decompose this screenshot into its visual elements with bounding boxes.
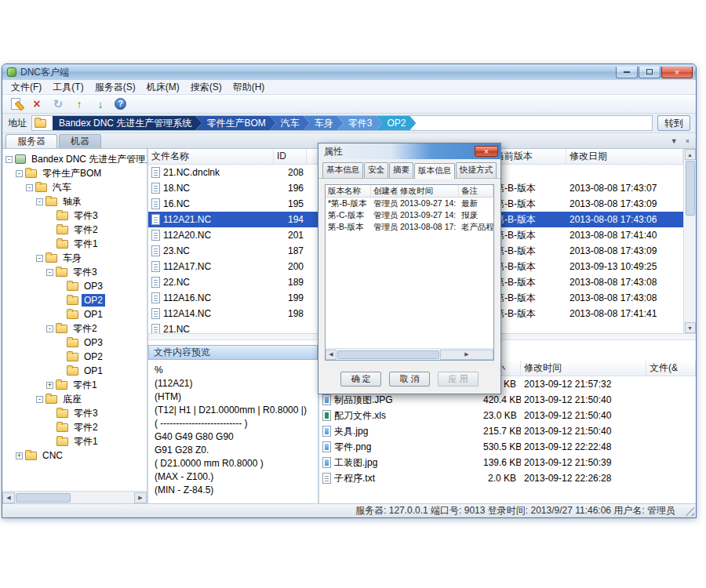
scroll-down-icon[interactable]: ▼ — [685, 322, 696, 333]
tree-item-3[interactable]: -轴承 — [2, 194, 147, 209]
edit-icon[interactable] — [9, 97, 23, 111]
scroll-right-icon[interactable]: ▶ — [440, 350, 493, 360]
view-tab-0[interactable]: 服务器 — [5, 134, 57, 148]
version-column-header-3[interactable]: 备注 — [459, 185, 493, 198]
dialog-close-button[interactable]: × — [475, 146, 498, 157]
tree-item-9[interactable]: OP3 — [2, 279, 147, 293]
folder-icon — [45, 198, 57, 206]
tree-toggle-icon[interactable]: - — [46, 269, 53, 276]
attachment-row-6[interactable]: 子程序.txt2.0 KB2013-09-12 22:26:28 — [319, 470, 696, 486]
tree-item-16[interactable]: +零件1 — [2, 378, 147, 392]
tree-hscrollbar[interactable]: ◀ ▶ — [2, 491, 147, 503]
tree-item-21[interactable]: +CNC — [2, 448, 147, 463]
close-button[interactable]: × — [661, 67, 693, 78]
menu-item-3[interactable]: 机床(M) — [141, 80, 185, 95]
view-tab-1[interactable]: 机器 — [59, 134, 101, 148]
menu-item-0[interactable]: 文件(F) — [5, 80, 47, 95]
tree-item-20[interactable]: 零件1 — [2, 434, 147, 448]
tree-toggle-icon[interactable]: - — [46, 325, 53, 332]
scroll-left-icon[interactable]: ◀ — [2, 492, 15, 503]
tree-item-19[interactable]: 零件2 — [2, 420, 147, 434]
tree-item-6[interactable]: 零件1 — [2, 237, 147, 251]
tree-item-14[interactable]: OP2 — [2, 350, 147, 364]
attachment-row-5[interactable]: 工装图.jpg139.6 KB2013-09-12 21:50:39 — [319, 455, 696, 470]
menu-item-5[interactable]: 帮助(H) — [227, 80, 271, 95]
scroll-thumb[interactable] — [686, 161, 695, 216]
cancel-button[interactable]: 取 消 — [389, 372, 430, 387]
tree-item-18[interactable]: 零件3 — [2, 406, 147, 420]
tree-item-8[interactable]: -零件3 — [2, 265, 147, 279]
dialog-tab-1[interactable]: 安全 — [364, 162, 388, 178]
file-list-vscrollbar[interactable]: ▲ ▼ — [683, 149, 696, 333]
titlebar[interactable]: DNC客户端 × — [2, 64, 696, 80]
tree-item-7[interactable]: -车身 — [2, 251, 147, 265]
delete-icon[interactable]: × — [30, 97, 44, 111]
tree-item-4[interactable]: 零件3 — [2, 209, 147, 223]
column-header-file[interactable]: 文件(& — [646, 361, 696, 376]
scroll-left-icon[interactable]: ◀ — [326, 350, 337, 360]
scroll-up-icon[interactable]: ▲ — [685, 149, 696, 160]
tree-item-10[interactable]: OP2 — [2, 293, 147, 307]
attachment-row-2[interactable]: 配刀文件.xls23.0 KB2013-09-12 21:50:40 — [319, 408, 696, 423]
go-button[interactable]: 转到 — [657, 115, 690, 131]
tree-toggle-icon[interactable]: - — [36, 198, 43, 205]
dialog-tab-2[interactable]: 摘要 — [389, 162, 413, 178]
dialog-tab-3[interactable]: 版本信息 — [414, 163, 455, 179]
help-icon[interactable]: ? — [115, 98, 126, 110]
tree-item-17[interactable]: -底座 — [2, 392, 147, 406]
tree-item-11[interactable]: OP1 — [2, 307, 147, 321]
scroll-thumb[interactable] — [337, 350, 439, 359]
version-list-hscrollbar[interactable]: ◀ ▶ — [326, 348, 493, 360]
breadcrumb-segment-4[interactable]: 零件3 — [337, 116, 383, 130]
column-header-modified[interactable]: 修改时间 — [521, 361, 646, 376]
minimize-button[interactable] — [616, 67, 638, 78]
menu-item-2[interactable]: 服务器(S) — [89, 80, 141, 95]
breadcrumb-segment-0[interactable]: Bandex DNC 先进生产管理系统 — [53, 116, 202, 130]
refresh-icon[interactable]: ↻ — [51, 97, 65, 111]
column-header-date[interactable]: 修改日期 — [566, 149, 683, 165]
dialog-tab-4[interactable]: 快捷方式 — [456, 162, 497, 178]
version-column-header-2[interactable]: 修改时间 — [398, 185, 459, 198]
tree-item-1[interactable]: -零件生产BOM — [2, 166, 147, 180]
column-header-name[interactable]: 文件名称 — [148, 149, 274, 165]
column-header-version[interactable]: 当前版本 — [492, 149, 566, 165]
dialog-tab-0[interactable]: 基本信息 — [322, 162, 363, 178]
tree-item-12[interactable]: -零件2 — [2, 321, 147, 336]
download-icon[interactable]: ↓ — [93, 97, 107, 111]
dialog-version-row-2[interactable]: 第-B-版本管理员2013-08-08 17:老产品程序 — [326, 221, 493, 233]
tabstrip-dropdown-icon[interactable]: ▼ — [671, 136, 678, 146]
column-header-id[interactable]: ID — [274, 149, 307, 165]
ok-button[interactable]: 确 定 — [340, 372, 381, 387]
tree-item-15[interactable]: OP1 — [2, 364, 147, 378]
attachment-row-1[interactable]: 制品顶图.JPG420.4 KB2013-09-12 21:50:40 — [319, 392, 696, 408]
tree-item-13[interactable]: OP3 — [2, 336, 147, 350]
tree-item-0[interactable]: -Bandex DNC 先进生产管理系统 — [2, 152, 147, 166]
dialog-version-row-0[interactable]: *第-B-版本管理员2013-09-27 14:最新 — [326, 198, 493, 209]
menu-item-4[interactable]: 搜索(S) — [185, 80, 227, 95]
scroll-thumb[interactable] — [16, 493, 71, 503]
maximize-button[interactable] — [639, 67, 661, 78]
dialog-titlebar[interactable]: 属性 × — [318, 143, 500, 159]
version-column-header-1[interactable]: 创建者 — [371, 185, 398, 198]
attachment-row-3[interactable]: 夹具.jpg215.7 KB2013-09-12 21:50:40 — [319, 423, 696, 439]
resize-grip-icon[interactable] — [684, 506, 694, 516]
apply-button[interactable]: 应 用 — [438, 372, 479, 387]
tree-toggle-icon[interactable]: - — [26, 184, 33, 191]
dialog-version-row-1[interactable]: 第-C-版本管理员2013-09-27 14:报废 — [326, 209, 493, 221]
upload-icon[interactable]: ↑ — [72, 97, 86, 111]
tree-toggle-icon[interactable]: - — [5, 156, 13, 163]
tree-toggle-icon[interactable]: + — [46, 382, 53, 389]
scroll-right-icon[interactable]: ▶ — [134, 492, 147, 503]
version-column-header-0[interactable]: 版本名称 — [326, 185, 371, 198]
tree-item-2[interactable]: -汽车 — [2, 180, 147, 194]
attachment-row-4[interactable]: 零件.png530.5 KB2013-09-12 22:22:48 — [319, 439, 696, 455]
menu-item-1[interactable]: 工具(T) — [47, 80, 89, 95]
address-field[interactable]: Bandex DNC 先进生产管理系统零件生产BOM汽车车身零件3OP2 — [31, 115, 653, 131]
tree-toggle-icon[interactable]: - — [36, 255, 43, 262]
tree-toggle-icon[interactable]: - — [16, 170, 23, 177]
tree-item-5[interactable]: 零件2 — [2, 223, 147, 237]
breadcrumb-segment-1[interactable]: 零件生产BOM — [195, 116, 275, 130]
tree-toggle-icon[interactable]: - — [36, 396, 43, 403]
tree-toggle-icon[interactable]: + — [16, 452, 23, 459]
tabstrip-close-icon[interactable]: × — [686, 136, 690, 146]
